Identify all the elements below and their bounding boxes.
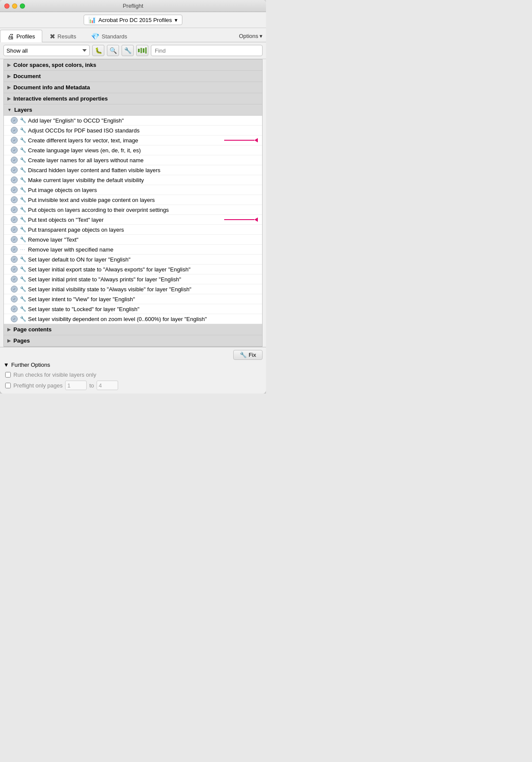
- tab-standards[interactable]: 💎 Standards: [84, 30, 135, 42]
- item-label: Set layer state to "Locked" for layer "E…: [28, 306, 259, 312]
- wrench-icon: 🔧: [19, 137, 26, 144]
- group-header-page-contents[interactable]: ▶ Page contents: [4, 324, 262, 335]
- list-item[interactable]: ✓🔧Put image objects on layers: [4, 185, 262, 195]
- standards-icon: 💎: [91, 32, 100, 41]
- item-label: Put invisible text and visible page cont…: [28, 197, 259, 203]
- fix-button-label: Fix: [249, 352, 256, 358]
- wrench-icon: 🔧: [19, 236, 26, 243]
- fix-indicator-icon: ✓: [11, 296, 18, 302]
- list-item[interactable]: ✓🔧Create language layer views (en, de, f…: [4, 145, 262, 155]
- close-button[interactable]: [4, 3, 9, 9]
- list-item[interactable]: ✓🔧Adjust OCCDs for PDF based ISO standar…: [4, 126, 262, 135]
- list-item[interactable]: ✓🔧Set layer intent to "View" for layer "…: [4, 294, 262, 304]
- list-item[interactable]: ✓🔧Set layer initial export state to "Alw…: [4, 264, 262, 274]
- wrench-icon: 🔧: [19, 127, 26, 134]
- fix-indicator-icon: ✓: [11, 167, 18, 173]
- fix-indicator-icon: ✓: [11, 246, 18, 253]
- list-item[interactable]: ✓🔧Create different layers for vector, te…: [4, 135, 262, 145]
- group-header-document[interactable]: ▶ Document: [4, 71, 262, 82]
- group-header-pages[interactable]: ▶ Pages: [4, 335, 262, 346]
- wrench-icon: 🔧: [19, 266, 26, 273]
- search-icon-button[interactable]: 🔍: [107, 45, 119, 56]
- wrench-icon: 🔧: [19, 147, 26, 154]
- bug-icon-button[interactable]: 🐛: [92, 45, 104, 56]
- further-options-body: Run checks for visible layers only Prefl…: [3, 371, 263, 392]
- group-label-interactive: Interactive elements and properties: [13, 95, 108, 102]
- list-item[interactable]: ✓🔧Set layer initial visibility state to …: [4, 284, 262, 294]
- pages-to-input[interactable]: [97, 381, 118, 390]
- list-item[interactable]: ✓🔧Put invisible text and visible page co…: [4, 195, 262, 205]
- item-label: Create different layers for vector, text…: [28, 137, 259, 144]
- triangle-icon: ▶: [7, 327, 11, 332]
- list-item[interactable]: ✓···Remove layer with specified name: [4, 245, 262, 255]
- list-item[interactable]: ✓🔧Add layer "English" to OCCD "English": [4, 116, 262, 126]
- visible-layers-checkbox[interactable]: [5, 372, 11, 378]
- item-label: Create language layer views (en, de, fr,…: [28, 147, 259, 154]
- list-item[interactable]: ✓🔧Set layer visibility dependent on zoom…: [4, 314, 262, 324]
- fix-indicator-icon: ✓: [11, 117, 18, 124]
- fix-indicator-icon: ✓: [11, 137, 18, 144]
- fix-indicator-icon: ✓: [11, 236, 18, 243]
- item-label: Put image objects on layers: [28, 187, 259, 193]
- group-header-document-info[interactable]: ▶ Document info and Metadata: [4, 82, 262, 93]
- profile-selector-label: Acrobat Pro DC 2015 Profiles: [98, 17, 172, 23]
- wrench-icon: 🔧: [19, 157, 26, 164]
- show-all-select[interactable]: Show all: [3, 45, 90, 56]
- wrench-icon: 🔧: [19, 186, 26, 193]
- wrench-icon: 🔧: [19, 296, 26, 302]
- pages-range-row: Preflight only pages to: [5, 381, 263, 390]
- group-label-color-spaces: Color spaces, spot colors, inks: [13, 62, 96, 68]
- triangle-icon: ▶: [7, 96, 11, 101]
- group-header-interactive[interactable]: ▶ Interactive elements and properties: [4, 93, 262, 104]
- triangle-icon: ▶: [7, 63, 11, 67]
- list-item[interactable]: ✓🔧Set layer state to "Locked" for layer …: [4, 304, 262, 314]
- tab-profiles-label: Profiles: [16, 33, 35, 40]
- item-label: Put text objects on "Text" layer: [28, 217, 259, 223]
- titlebar: Preflight: [0, 0, 266, 12]
- list-item[interactable]: ✓🔧Create layer names for all layers with…: [4, 155, 262, 165]
- tab-results[interactable]: ✖ Results: [42, 30, 83, 42]
- dots-icon: ···: [19, 246, 26, 253]
- wrench-icon: 🔧: [19, 315, 26, 322]
- wrench-icon: 🔧: [19, 167, 26, 173]
- profile-selector[interactable]: 📊 Acrobat Pro DC 2015 Profiles ▾: [84, 15, 182, 25]
- list-item[interactable]: ✓🔧Discard hidden layer content and flatt…: [4, 165, 262, 175]
- list-item[interactable]: ✓🔧Put text objects on "Text" layer: [4, 215, 262, 225]
- wrench-icon: 🔧: [19, 216, 26, 223]
- fix-indicator-icon: ✓: [11, 147, 18, 154]
- options-button[interactable]: Options ▾: [239, 33, 263, 39]
- list-item[interactable]: ✓🔧Set layer initial print state to "Alwa…: [4, 274, 262, 284]
- find-input[interactable]: [151, 45, 263, 56]
- list-item[interactable]: ✓🔧Put transparent page objects on layers: [4, 225, 262, 235]
- list-item[interactable]: ✓🔧Remove layer "Text": [4, 235, 262, 245]
- wrench-icon: 🔧: [19, 196, 26, 203]
- preflight-pages-label: Preflight only pages: [13, 382, 63, 389]
- list-item[interactable]: ✓🔧Set layer default to ON for layer "Eng…: [4, 255, 262, 264]
- fix-indicator-icon: ✓: [11, 176, 18, 183]
- bar3: [143, 48, 144, 53]
- further-options-section: 🔧 Fix ▼ Further Options Run checks for v…: [0, 347, 266, 394]
- maximize-button[interactable]: [20, 3, 25, 9]
- group-header-layers[interactable]: ▼ Layers: [4, 104, 262, 116]
- item-label: Remove layer with specified name: [28, 246, 259, 253]
- item-label: Set layer initial export state to "Alway…: [28, 266, 259, 273]
- tab-profiles[interactable]: 🖨 Profiles: [0, 30, 42, 42]
- list-item[interactable]: ✓🔧Put objects on layers according to the…: [4, 205, 262, 215]
- fix-indicator-icon: ✓: [11, 276, 18, 283]
- bar2: [141, 48, 142, 53]
- minimize-button[interactable]: [12, 3, 17, 9]
- fix-indicator-icon: ✓: [11, 305, 18, 312]
- results-icon: ✖: [50, 32, 55, 41]
- group-header-color-spaces[interactable]: ▶ Color spaces, spot colors, inks: [4, 60, 262, 71]
- fix-wrench-icon: 🔧: [240, 352, 247, 358]
- preflight-pages-checkbox[interactable]: [5, 383, 11, 388]
- pages-from-input[interactable]: [65, 381, 87, 390]
- wrench-icon-button[interactable]: 🔧: [122, 45, 134, 56]
- group-label-document-info: Document info and Metadata: [13, 84, 90, 91]
- bar4: [145, 47, 147, 54]
- fix-button[interactable]: 🔧 Fix: [233, 350, 263, 360]
- wrench-icon: 🔧: [19, 206, 26, 213]
- fix-indicator-icon: ✓: [11, 286, 18, 293]
- further-options-header[interactable]: ▼ Further Options: [3, 362, 263, 368]
- list-item[interactable]: ✓🔧Make current layer visibility the defa…: [4, 175, 262, 185]
